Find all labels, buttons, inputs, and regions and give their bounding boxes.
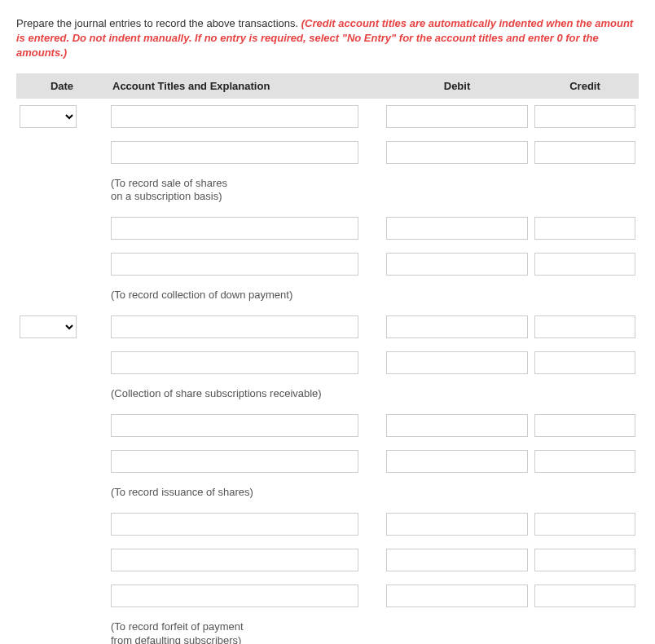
credit-input[interactable]	[534, 217, 635, 240]
account-input[interactable]	[111, 315, 358, 338]
explanation-row: (To record collection of down payment)	[16, 282, 639, 309]
credit-input[interactable]	[534, 253, 635, 276]
table-row	[16, 443, 639, 479]
credit-input[interactable]	[534, 315, 635, 338]
debit-input[interactable]	[386, 351, 528, 374]
table-row	[16, 309, 639, 345]
instruction-text: Prepare the journal entries to record th…	[16, 16, 639, 61]
debit-input[interactable]	[386, 549, 528, 571]
journal-table: Date Account Titles and Explanation Debi…	[16, 73, 639, 644]
credit-input[interactable]	[534, 105, 635, 128]
account-input[interactable]	[111, 253, 358, 276]
explanation-4: (To record issuance of shares)	[108, 479, 383, 506]
explanation-row: (To record sale of shares on a subscript…	[16, 170, 639, 211]
explanation-line: on a subscription basis)	[111, 190, 222, 202]
table-row	[16, 246, 639, 282]
header-debit: Debit	[383, 73, 531, 99]
table-row	[16, 578, 639, 614]
debit-input[interactable]	[386, 315, 528, 338]
account-input[interactable]	[111, 414, 358, 437]
account-input[interactable]	[111, 549, 358, 571]
explanation-row: (To record forfeit of payment from defau…	[16, 614, 639, 644]
table-row	[16, 506, 639, 542]
account-input[interactable]	[111, 513, 358, 536]
table-row	[16, 210, 639, 246]
date-select-1[interactable]	[20, 105, 77, 128]
explanation-5: (To record forfeit of payment from defau…	[108, 614, 383, 644]
instruction-black: Prepare the journal entries to record th…	[16, 17, 301, 29]
account-input[interactable]	[111, 351, 358, 374]
credit-input[interactable]	[534, 584, 635, 607]
credit-input[interactable]	[534, 351, 635, 374]
account-input[interactable]	[111, 217, 358, 240]
table-row	[16, 408, 639, 443]
table-row	[16, 542, 639, 578]
credit-input[interactable]	[534, 549, 635, 571]
account-input[interactable]	[111, 584, 358, 607]
explanation-2: (To record collection of down payment)	[108, 282, 383, 309]
account-input[interactable]	[111, 141, 358, 164]
debit-input[interactable]	[386, 513, 528, 536]
credit-input[interactable]	[534, 141, 635, 164]
debit-input[interactable]	[386, 217, 528, 240]
credit-input[interactable]	[534, 450, 635, 473]
explanation-line: (To record sale of shares	[111, 177, 227, 189]
debit-input[interactable]	[386, 584, 528, 607]
explanation-line: (To record forfeit of payment	[111, 620, 244, 633]
debit-input[interactable]	[386, 253, 528, 276]
table-row	[16, 135, 639, 170]
header-date: Date	[16, 73, 108, 99]
explanation-1: (To record sale of shares on a subscript…	[108, 170, 383, 211]
debit-input[interactable]	[386, 450, 528, 473]
debit-input[interactable]	[386, 141, 528, 164]
table-row	[16, 99, 639, 135]
date-select-2[interactable]	[20, 315, 77, 338]
credit-input[interactable]	[534, 513, 635, 536]
explanation-line: from defaulting subscribers)	[111, 634, 241, 644]
account-input[interactable]	[111, 450, 358, 473]
header-credit: Credit	[531, 73, 639, 99]
debit-input[interactable]	[386, 105, 528, 128]
header-account: Account Titles and Explanation	[108, 73, 383, 99]
debit-input[interactable]	[386, 414, 528, 437]
table-header-row: Date Account Titles and Explanation Debi…	[16, 73, 639, 99]
explanation-row: (Collection of share subscriptions recei…	[16, 381, 639, 408]
explanation-3: (Collection of share subscriptions recei…	[108, 381, 383, 408]
credit-input[interactable]	[534, 414, 635, 437]
table-row	[16, 345, 639, 381]
explanation-row: (To record issuance of shares)	[16, 479, 639, 506]
account-input[interactable]	[111, 105, 358, 128]
